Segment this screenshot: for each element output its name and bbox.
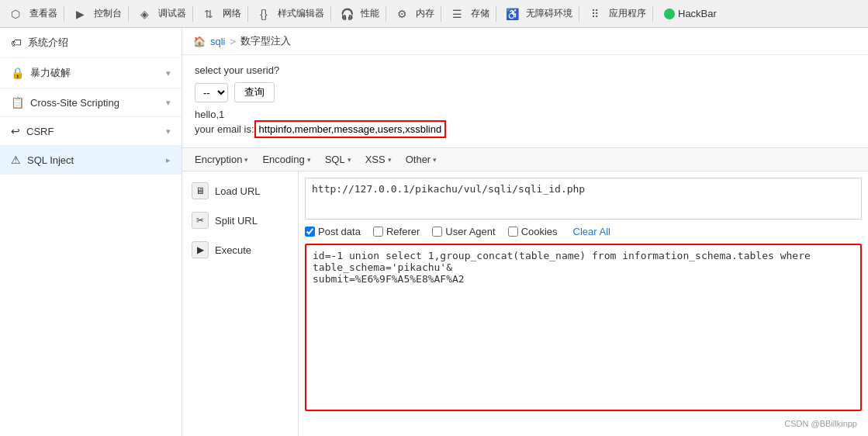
encoding-menu[interactable]: Encoding ▾ xyxy=(256,151,316,168)
referer-checkbox[interactable] xyxy=(373,227,383,237)
load-url-button[interactable]: 🖥 Load URL xyxy=(182,178,298,204)
app-label: 应用程序 xyxy=(609,7,646,20)
csrf-icon: ↩ xyxy=(11,125,20,137)
checkboxes-row: Post data Referer User Agent Cookies C xyxy=(305,226,862,237)
accessibility-label: 无障碍环境 xyxy=(526,7,572,20)
demo-query-btn[interactable]: 查询 xyxy=(234,82,275,102)
encoding-arrow: ▾ xyxy=(307,156,311,164)
sep8 xyxy=(496,6,496,22)
sql-input[interactable] xyxy=(305,244,862,411)
load-url-label: Load URL xyxy=(215,185,261,197)
sidebar-item-label-sys-intro: 系统介绍 xyxy=(28,36,68,50)
demo-result-line2-prefix: your email is: xyxy=(195,123,254,135)
encoding-label: Encoding xyxy=(262,154,304,165)
user-agent-text: User Agent xyxy=(445,226,495,237)
hackbar-tab[interactable]: HackBar xyxy=(659,6,721,21)
sep5 xyxy=(330,6,331,22)
performance-btn[interactable]: 🎧 xyxy=(337,5,356,23)
cookies-label[interactable]: Cookies xyxy=(508,226,558,237)
sep7 xyxy=(441,6,441,22)
memory-btn[interactable]: ⚙ xyxy=(393,5,411,23)
encryption-arrow: ▾ xyxy=(244,156,248,164)
storage-btn[interactable]: ☰ xyxy=(448,5,466,23)
split-url-icon: ✂ xyxy=(192,212,209,229)
sql-label: SQL xyxy=(325,154,345,165)
referer-label[interactable]: Referer xyxy=(373,226,420,237)
split-url-label: Split URL xyxy=(215,215,258,227)
inspector-btn[interactable]: ⬡ xyxy=(6,5,25,23)
breadcrumb-current: 数字型注入 xyxy=(240,34,291,48)
demo-select[interactable]: -- xyxy=(195,83,228,102)
demo-select-row: -- 查询 xyxy=(195,82,856,102)
clear-all-button[interactable]: Clear All xyxy=(573,226,610,237)
demo-question: select your userid? xyxy=(195,64,856,76)
memory-label: 内存 xyxy=(416,7,434,20)
brute-force-chevron: ▾ xyxy=(166,68,171,78)
xss-arrow: ▾ xyxy=(388,156,392,164)
sep9 xyxy=(579,6,579,22)
breadcrumb-separator: > xyxy=(230,36,237,47)
hackbar-body: 🖥 Load URL ✂ Split URL ▶ Execute http://… xyxy=(182,171,868,436)
demo-result-highlighted: httpinfo,member,message,users,xssblind xyxy=(254,120,447,138)
xss-menu[interactable]: XSS ▾ xyxy=(359,151,398,168)
user-agent-checkbox[interactable] xyxy=(432,227,442,237)
sidebar-item-csrf[interactable]: ↩ CSRF ▾ xyxy=(0,117,182,146)
console-label: 控制台 xyxy=(94,7,122,20)
brute-force-icon: 🔒 xyxy=(11,67,24,79)
sql-arrow: ▾ xyxy=(348,156,351,164)
sys-intro-icon: 🏷 xyxy=(11,36,22,49)
sql-menu[interactable]: SQL ▾ xyxy=(319,151,358,168)
network-btn[interactable]: ⇅ xyxy=(199,5,218,23)
post-data-checkbox[interactable] xyxy=(305,227,315,237)
sidebar-item-label-xss: Cross-Site Scripting xyxy=(30,97,119,109)
network-label: 网络 xyxy=(223,7,241,20)
demo-result-line2: your email is:httpinfo,member,message,us… xyxy=(195,120,856,138)
console-btn[interactable]: ▶ xyxy=(71,5,89,23)
sidebar-item-xss[interactable]: 📋 Cross-Site Scripting ▾ xyxy=(0,88,182,117)
execute-button[interactable]: ▶ Execute xyxy=(182,237,298,263)
accessibility-btn[interactable]: ♿ xyxy=(503,5,521,23)
encryption-menu[interactable]: Encryption ▾ xyxy=(188,151,254,168)
post-data-text: Post data xyxy=(318,226,361,237)
performance-label: 性能 xyxy=(361,7,379,20)
cookies-checkbox[interactable] xyxy=(508,227,518,237)
other-arrow: ▾ xyxy=(433,156,437,164)
hackbar-dot xyxy=(664,9,675,19)
other-menu[interactable]: Other ▾ xyxy=(399,151,444,168)
inspector-label: 查看器 xyxy=(29,7,57,20)
app-btn[interactable]: ⠿ xyxy=(586,5,604,23)
demo-content: select your userid? -- 查询 hello,1 your e… xyxy=(182,55,868,148)
breadcrumb-home[interactable]: sqli xyxy=(210,36,226,47)
hackbar-left-panel: 🖥 Load URL ✂ Split URL ▶ Execute xyxy=(182,171,299,436)
cookies-text: Cookies xyxy=(521,226,558,237)
breadcrumb: 🏠 sqli > 数字型注入 xyxy=(182,28,868,55)
sidebar-item-sys-intro[interactable]: 🏷 系统介绍 xyxy=(0,28,182,58)
sidebar-item-label-csrf: CSRF xyxy=(26,126,54,137)
xss-label: XSS xyxy=(365,154,386,165)
csrf-chevron: ▾ xyxy=(166,126,171,137)
breadcrumb-home-icon[interactable]: 🏠 xyxy=(193,36,206,47)
execute-label: Execute xyxy=(215,244,251,256)
other-label: Other xyxy=(406,154,431,165)
sql-inject-icon: ⚠ xyxy=(11,154,21,166)
sep3 xyxy=(192,6,193,22)
sidebar: 🏷 系统介绍 🔒 暴力破解 ▾ 📋 Cross-Site Scripting ▾… xyxy=(0,28,182,436)
demo-result-line1: hello,1 xyxy=(195,109,856,120)
style-editor-label: 样式编辑器 xyxy=(278,7,324,20)
sidebar-item-label-sql-inject: SQL Inject xyxy=(27,154,74,166)
browser-devtools-toolbar: ⬡ 查看器 ▶ 控制台 ◈ 调试器 ⇅ 网络 {} 样式编辑器 🎧 性能 ⚙ 内… xyxy=(0,0,868,28)
debugger-label: 调试器 xyxy=(158,7,186,20)
sidebar-item-brute-force[interactable]: 🔒 暴力破解 ▾ xyxy=(0,58,182,88)
split-url-button[interactable]: ✂ Split URL xyxy=(182,207,298,234)
sidebar-item-label-brute-force: 暴力破解 xyxy=(30,66,71,80)
post-data-label[interactable]: Post data xyxy=(305,226,361,237)
content-pane: 🏠 sqli > 数字型注入 select your userid? -- 查询… xyxy=(182,28,868,436)
debugger-btn[interactable]: ◈ xyxy=(135,5,154,23)
url-input[interactable]: http://127.0.0.1/pikachu/vul/sqli/sqli_i… xyxy=(305,178,862,220)
style-editor-btn[interactable]: {} xyxy=(254,5,273,23)
sep2 xyxy=(128,6,129,22)
main-area: 🏷 系统介绍 🔒 暴力破解 ▾ 📋 Cross-Site Scripting ▾… xyxy=(0,28,868,436)
user-agent-label[interactable]: User Agent xyxy=(432,226,495,237)
sidebar-item-sql-inject[interactable]: ⚠ SQL Inject ▸ xyxy=(0,146,182,175)
watermark: CSDN @BBillkinpp xyxy=(305,417,862,430)
